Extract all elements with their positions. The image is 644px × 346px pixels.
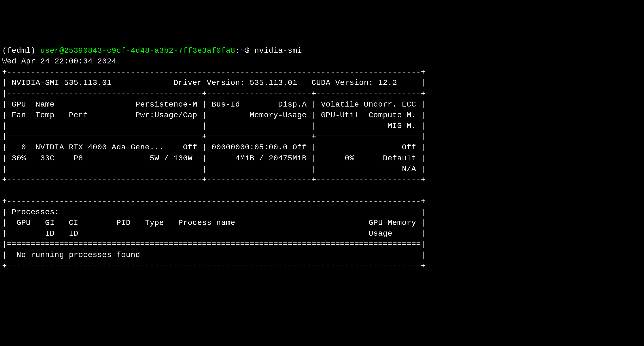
processes-message: | No running processes found | (2, 251, 426, 259)
terminal-output[interactable]: (fedml) user@25390843-c9cf-4d48-a3b2-7ff… (2, 45, 642, 271)
gpu-data-row-2: | 30% 33C P8 5W / 130W | 4MiB / 20475MiB… (2, 154, 426, 163)
blank-line (2, 186, 426, 195)
processes-header-2: | ID ID Usage | (2, 229, 426, 238)
header-row-3: | | | MIG M. | (2, 122, 426, 130)
table-header-separator: |=======================================… (2, 132, 426, 141)
header-row-2: | Fan Temp Perf Pwr:Usage/Cap | Memory-U… (2, 111, 426, 119)
processes-header-1: | GPU GI CI PID Type Process name GPU Me… (2, 219, 426, 227)
processes-border-bottom: +---------------------------------------… (2, 262, 426, 270)
prompt-line: (fedml) user@25390843-c9cf-4d48-a3b2-7ff… (2, 46, 302, 55)
table-border-bottom: +---------------------------------------… (2, 175, 426, 184)
gpu-data-row-3: | | | N/A | (2, 165, 426, 173)
processes-title: | Processes: | (2, 208, 426, 216)
prompt-command: nvidia-smi (254, 46, 302, 55)
prompt-env: (fedml) (2, 46, 40, 55)
processes-border-top: +---------------------------------------… (2, 197, 426, 205)
table-separator: |---------------------------------------… (2, 90, 426, 98)
table-border-top: +---------------------------------------… (2, 68, 426, 76)
prompt-dollar: $ (245, 46, 254, 55)
processes-separator: |=======================================… (2, 240, 426, 249)
prompt-user-host: user@25390843-c9cf-4d48-a3b2-7ff3e3af0fa… (40, 46, 235, 55)
version-line: | NVIDIA-SMI 535.113.01 Driver Version: … (2, 79, 426, 87)
prompt-colon: : (235, 46, 240, 55)
header-row-1: | GPU Name Persistence-M | Bus-Id Disp.A… (2, 100, 426, 109)
prompt-path: ~ (240, 46, 245, 55)
timestamp-line: Wed Apr 24 22:00:34 2024 (2, 57, 116, 66)
gpu-data-row-1: | 0 NVIDIA RTX 4000 Ada Gene... Off | 00… (2, 143, 426, 152)
